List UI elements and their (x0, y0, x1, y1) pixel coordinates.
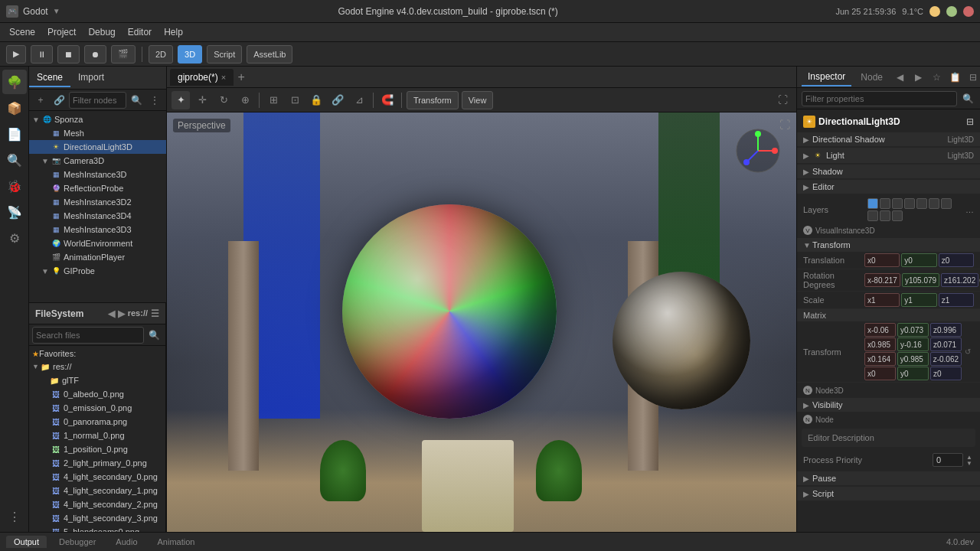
tree-item-mesh[interactable]: ▦ Mesh 👁 (29, 126, 166, 140)
tree-item-camera[interactable]: ▼ 📷 Camera3D 👁 (29, 154, 166, 168)
filter-nodes-input[interactable] (69, 92, 126, 109)
m10[interactable]: x 0.985 (864, 337, 896, 351)
fs-item-panorama[interactable]: 🖼 0_panorama.png (29, 415, 165, 429)
insp-filter-btn[interactable]: 🔍 (960, 91, 975, 106)
eye-meshinst2[interactable]: 👁 (152, 197, 163, 207)
vp-tool-move[interactable]: ✛ (193, 91, 211, 109)
menu-help[interactable]: Help (158, 25, 189, 39)
vp-tool-snap[interactable]: 🧲 (378, 91, 397, 109)
remote-button[interactable]: ⏺ (84, 45, 106, 64)
layer-7[interactable] (941, 198, 952, 209)
sidebar-icon-more[interactable]: ⋮ (2, 504, 27, 529)
eye-dirlight[interactable]: 👁 (152, 142, 163, 152)
eye-giprobe[interactable]: 👁 (152, 266, 163, 276)
scene-more-btn[interactable]: ⋮ (146, 92, 163, 109)
vp-view-btn[interactable]: View (462, 91, 494, 109)
m31[interactable]: y 0 (897, 367, 929, 380)
tree-item-meshinst[interactable]: ▦ MeshInstance3D 👁 (29, 168, 166, 181)
m32[interactable]: z 0 (930, 367, 962, 380)
tab-import[interactable]: Import (70, 69, 112, 87)
matrix-reset-btn[interactable]: ↺ (962, 346, 974, 358)
section-header-pause[interactable]: ▶ Pause (797, 471, 980, 485)
process-priority-field[interactable]: 0 (933, 453, 963, 467)
btn-assetlib[interactable]: AssetLib (247, 45, 292, 64)
minimize-button[interactable] (929, 6, 940, 17)
vp-fullscreen-btn[interactable]: ⛶ (773, 91, 792, 109)
section-header-light[interactable]: ▶ ☀ Light Light3D (797, 148, 980, 163)
insp-favorite[interactable]: ☆ (929, 70, 944, 85)
tree-item-sponza[interactable]: ▼ 🌐 Sponza 👁 (29, 112, 166, 126)
layer-4[interactable] (904, 198, 915, 209)
fs-nav-back[interactable]: ◀ (108, 308, 115, 319)
eye-meshinst3[interactable]: 👁 (152, 224, 163, 235)
layer-2[interactable] (880, 198, 890, 209)
vp-tool-link[interactable]: 🔗 (328, 91, 347, 109)
fs-item-normal[interactable]: 🖼 1_normal_0.png (29, 429, 165, 442)
sidebar-icon-settings[interactable]: ⚙ (2, 226, 27, 250)
vp-tool-rotate[interactable]: ↻ (214, 91, 233, 109)
fs-item-emission[interactable]: 🖼 0_emission_0.png (29, 401, 165, 415)
vp-tool-select[interactable]: ✦ (172, 91, 190, 109)
menu-editor[interactable]: Editor (122, 25, 158, 39)
filter-properties-input[interactable] (802, 91, 957, 106)
search-files-input[interactable] (32, 327, 144, 344)
m20[interactable]: x 0.164 (864, 352, 896, 366)
layer-6[interactable] (929, 198, 939, 209)
eye-meshinst4[interactable]: 👁 (152, 210, 163, 221)
tab-node[interactable]: Node (854, 69, 889, 86)
menu-project[interactable]: Project (41, 25, 82, 39)
vp-tool-frame[interactable]: ⊞ (264, 91, 283, 109)
eye-worldenv[interactable]: 👁 (152, 238, 163, 249)
m11[interactable]: y -0.16 (897, 337, 929, 351)
layers-boxes[interactable] (867, 198, 961, 221)
section-header-editor[interactable]: ▶ Editor (797, 180, 980, 194)
menu-scene[interactable]: Scene (3, 25, 41, 39)
btn-3d[interactable]: 3D (178, 45, 202, 64)
vp-tab-add[interactable]: + (234, 70, 249, 85)
sidebar-icon-remote[interactable]: 📡 (2, 200, 27, 224)
fs-item-light-sec1[interactable]: 🖼 4_light_secondary_1.png (29, 484, 165, 497)
bot-tab-output[interactable]: Output (6, 536, 47, 548)
m00[interactable]: x -0.06 (864, 323, 896, 337)
section-header-shadow[interactable]: ▶ Shadow (797, 165, 980, 178)
scale-z-field[interactable]: z 1 (939, 293, 974, 307)
layer-9[interactable] (880, 210, 890, 221)
layers-more-btn[interactable]: … (965, 205, 974, 214)
insp-properties[interactable]: ⊟ (965, 70, 980, 85)
bot-tab-animation[interactable]: Animation (150, 536, 203, 548)
layer-1[interactable] (867, 198, 878, 209)
fs-item-light-sec0[interactable]: 🖼 4_light_secondary_0.png (29, 470, 165, 484)
tree-item-refprobe[interactable]: 🔮 ReflectionProbe 👁 (29, 181, 166, 195)
m01[interactable]: y 0.073 (897, 323, 929, 337)
layer-8[interactable] (867, 210, 878, 221)
viewport-fullscreen-icon[interactable]: ⛶ (779, 119, 790, 131)
viewport[interactable]: Perspective ⛶ (167, 112, 796, 532)
tree-item-animplayer[interactable]: 🎬 AnimationPlayer 👁 (29, 250, 166, 264)
rotation-z-field[interactable]: z 161.202 (941, 273, 978, 287)
scene-link-btn[interactable]: 🔗 (51, 92, 67, 109)
tree-item-giprobe[interactable]: ▼ 💡 GIProbe 👁 (29, 264, 166, 278)
tree-item-meshinst2[interactable]: ▦ MeshInstance3D2 👁 (29, 195, 166, 209)
translation-z-field[interactable]: z 0 (939, 253, 974, 267)
translation-y-field[interactable]: y 0 (901, 253, 936, 267)
scene-add-btn[interactable]: + (32, 92, 49, 109)
menu-debug[interactable]: Debug (82, 25, 121, 39)
insp-history-back[interactable]: ◀ (892, 70, 907, 85)
insp-object-id[interactable]: ⊟ (966, 116, 974, 127)
btn-script[interactable]: Script (207, 45, 242, 64)
tab-scene[interactable]: Scene (29, 69, 70, 87)
process-priority-value[interactable]: 0 ▲ ▼ (933, 453, 974, 467)
eye-meshinst[interactable]: 👁 (152, 169, 163, 180)
rotation-y-field[interactable]: y 105.079 (902, 273, 939, 287)
fs-item-light-primary[interactable]: 🖼 2_light_primary_0.png (29, 456, 165, 470)
sidebar-icon-import[interactable]: 📦 (2, 96, 27, 120)
fs-item-gltf[interactable]: 📁 glTF (29, 373, 165, 387)
m30[interactable]: x 0 (864, 367, 896, 380)
m02[interactable]: z 0.996 (930, 323, 962, 337)
eye-animplayer[interactable]: 👁 (152, 252, 163, 262)
layer-10[interactable] (892, 210, 903, 221)
fs-list-btn[interactable]: ☰ (151, 308, 159, 319)
tree-item-meshinst3[interactable]: ▦ MeshInstance3D3 👁 (29, 223, 166, 236)
fs-item-light-sec2[interactable]: 🖼 4_light_secondary_2.png (29, 497, 165, 511)
insp-docs[interactable]: 📋 (947, 70, 962, 85)
